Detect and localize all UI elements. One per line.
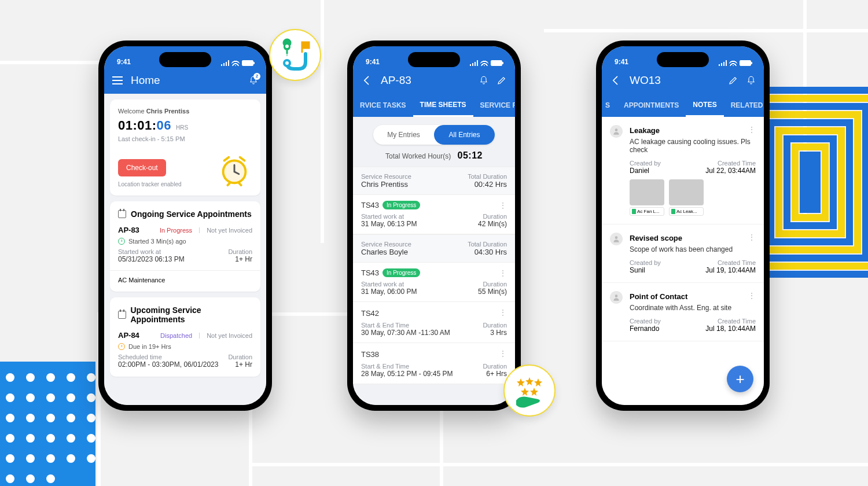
note-item[interactable]: ⋮ Leakage AC leakage causing cooling iss… <box>602 117 764 224</box>
route-badge-icon <box>269 29 321 81</box>
status-time: 9:41 <box>366 58 380 66</box>
duration-label: Duration <box>478 213 507 220</box>
tracker-status: Location tracker enabled <box>118 181 182 187</box>
timesheet-item[interactable]: ⋮ TS42 Start & End Time30 May, 07:30 AM … <box>353 302 515 343</box>
note-time: Jul 19, 10:44AM <box>705 266 756 274</box>
add-note-fab[interactable]: + <box>727 366 753 392</box>
svg-point-2 <box>615 236 618 239</box>
attachment[interactable]: Ac Fan L... <box>630 179 664 216</box>
more-icon[interactable]: ⋮ <box>748 291 756 300</box>
total-duration-value: 04:30 Hrs <box>468 248 507 256</box>
total-duration-value: 00:42 Hrs <box>468 180 507 189</box>
more-icon[interactable]: ⋮ <box>748 125 756 134</box>
status-pill: In Progress <box>382 268 420 277</box>
invoice-status: Not yet Invoiced <box>207 227 252 234</box>
page-title: WO13 <box>630 74 661 87</box>
attachment[interactable]: Ac Leak... <box>669 179 704 216</box>
back-icon[interactable] <box>361 75 373 86</box>
edit-icon[interactable] <box>728 75 738 86</box>
checkin-card: Welcome Chris Prentiss 01:01:06 HRS Last… <box>110 100 260 196</box>
timer-value: 01:01:06 <box>118 118 171 133</box>
started-value: 31 May, 06:13 PM <box>361 220 417 228</box>
svg-point-5 <box>284 60 290 66</box>
timesheet-id: TS42 <box>361 309 379 318</box>
job-name: AC Maintenance <box>110 270 260 284</box>
tab-truncated[interactable]: S <box>602 94 617 117</box>
status-bar: 9:41 <box>353 46 515 67</box>
timesheet-item[interactable]: ⋮ TS38 Start & End Time28 May, 05:12 PM … <box>353 343 515 384</box>
welcome-username: Chris Prentiss <box>146 108 190 115</box>
started-label: Started work at <box>361 213 417 220</box>
tab-notes[interactable]: NOTES <box>686 94 723 117</box>
duration-value: 1+ Hr <box>228 255 252 263</box>
entries-segment: My Entries All Entries <box>373 125 495 145</box>
note-time: Jul 22, 03:44AM <box>705 167 756 175</box>
timesheet-item[interactable]: ⋮ TS43 In Progress Started work at31 May… <box>353 195 515 234</box>
calendar-icon <box>118 210 126 218</box>
timer-unit: HRS <box>176 124 188 131</box>
signal-icon <box>470 60 478 66</box>
started-value: 05/31/2023 06:13 PM <box>118 255 185 263</box>
notifications-icon[interactable] <box>746 75 756 86</box>
more-icon[interactable]: ⋮ <box>748 233 756 242</box>
more-icon[interactable]: ⋮ <box>499 308 507 317</box>
welcome-prefix: Welcome <box>118 108 146 115</box>
back-icon[interactable] <box>610 75 621 86</box>
note-author: Daniel <box>630 167 661 175</box>
ongoing-title: Ongoing Service Appointments <box>131 209 252 219</box>
battery-icon <box>242 60 253 66</box>
tab-bar: S APPOINTMENTS NOTES RELATED LIS <box>602 94 764 117</box>
phone-timesheets: 9:41 AP-83 RVICE TASKS TIME SHEETS SERVI… <box>347 41 521 411</box>
notifications-icon[interactable] <box>479 75 488 86</box>
note-title: Point of Contact <box>630 292 687 301</box>
upcoming-card[interactable]: Upcoming Service Appointments AP-84 Disp… <box>110 297 260 377</box>
status-bar: 9:41 <box>602 46 764 67</box>
status-bar: 9:41 <box>104 46 266 67</box>
note-author: Fernando <box>630 325 661 333</box>
edit-icon[interactable] <box>496 75 507 86</box>
svg-point-1 <box>615 128 618 131</box>
page-title: AP-83 <box>381 74 411 87</box>
checkout-button[interactable]: Check-out <box>118 159 166 176</box>
note-item[interactable]: ⋮ Point of Contact Coordinate with Asst.… <box>602 283 764 341</box>
tab-appointments[interactable]: APPOINTMENTS <box>617 94 686 117</box>
app-bar: Home 2 <box>104 67 266 94</box>
attachment-name: Ac Leak... <box>669 207 704 216</box>
total-duration-label: Total Duration <box>468 173 507 180</box>
resource-label: Service Resource <box>361 173 411 180</box>
alarm-clock-icon <box>216 152 252 187</box>
tab-related[interactable]: RELATED LIS <box>724 94 764 117</box>
more-icon[interactable]: ⋮ <box>499 349 507 358</box>
appointment-id: AP-83 <box>118 226 139 234</box>
phone-home: 9:41 Home 2 Welcome Chri <box>98 41 272 411</box>
note-title: Leakage <box>630 126 660 135</box>
tab-time-sheets[interactable]: TIME SHEETS <box>413 94 473 117</box>
svg-point-3 <box>615 294 618 297</box>
resource-label: Service Resource <box>361 241 411 248</box>
segment-all-entries[interactable]: All Entries <box>434 125 495 145</box>
app-bar: WO13 <box>602 67 764 94</box>
battery-icon <box>491 60 502 66</box>
tab-service-reports[interactable]: SERVICE REP <box>473 94 515 117</box>
status-badge: In Progress <box>160 227 192 234</box>
note-item[interactable]: ⋮ Revised scope Scope of work has been c… <box>602 224 764 283</box>
clock-icon <box>118 343 125 350</box>
wifi-icon <box>480 60 488 66</box>
notifications-icon[interactable]: 2 <box>249 75 258 86</box>
resource-group: Service ResourceChris Prentiss Total Dur… <box>353 167 515 234</box>
more-icon[interactable]: ⋮ <box>499 268 507 278</box>
note-title: Revised scope <box>630 234 682 242</box>
ongoing-card[interactable]: Ongoing Service Appointments AP-83 In Pr… <box>110 201 260 292</box>
segment-my-entries[interactable]: My Entries <box>373 125 434 145</box>
scheduled-value: 02:00PM - 03:30PM, 06/01/2023 <box>118 360 218 369</box>
note-time: Jul 18, 10:44AM <box>705 325 756 333</box>
more-icon[interactable]: ⋮ <box>499 201 507 210</box>
avatar-icon <box>610 233 623 245</box>
tab-service-tasks[interactable]: RVICE TASKS <box>353 94 413 117</box>
menu-icon[interactable] <box>112 76 123 84</box>
svg-point-4 <box>285 45 289 48</box>
resource-group: Service ResourceCharles Boyle Total Dura… <box>353 234 515 384</box>
timesheet-item[interactable]: ⋮ TS43 In Progress Started work at31 May… <box>353 263 515 302</box>
note-author: Sunil <box>630 266 661 274</box>
note-body: Coordinate with Asst. Eng. at site <box>630 304 756 312</box>
